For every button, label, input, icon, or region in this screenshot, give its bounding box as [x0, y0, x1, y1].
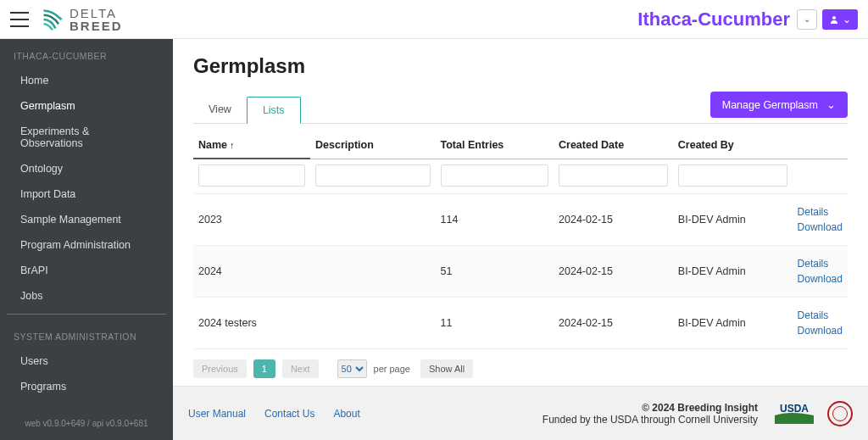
cell-by: BI-DEV Admin [673, 246, 793, 298]
table-row: 2024512024-02-15BI-DEV AdminDetailsDownl… [193, 246, 848, 298]
funding-text: Funded by the USDA through Cornell Unive… [542, 414, 758, 426]
sidebar: ITHACA-CUCUMBER HomeGermplasmExperiments… [0, 39, 173, 440]
delta-breed-logo-icon [41, 8, 64, 31]
tabs-row: ViewLists Manage Germplasm ⌄ [193, 92, 848, 124]
filter-name-input[interactable] [198, 164, 305, 187]
sidebar-item-programs[interactable]: Programs [0, 374, 173, 399]
filter-created-by-input[interactable] [678, 164, 787, 187]
details-link[interactable]: Details [798, 256, 843, 271]
pagination: Previous 1 Next 50 per page Show All [193, 359, 848, 378]
manage-germplasm-button[interactable]: Manage Germplasm ⌄ [710, 92, 848, 118]
column-header-total-entries[interactable]: Total Entries [436, 131, 554, 159]
footer-link-contact-us[interactable]: Contact Us [264, 408, 314, 420]
svg-text:USDA: USDA [780, 403, 809, 415]
cell-name: 2023 [193, 194, 310, 246]
sidebar-divider [7, 314, 166, 315]
download-link[interactable]: Download [798, 323, 843, 338]
footer-link-about[interactable]: About [333, 408, 359, 420]
column-header-name[interactable]: Name ↑ [193, 131, 310, 159]
details-link[interactable]: Details [798, 204, 843, 220]
user-menu-button[interactable]: ⌄ [822, 9, 858, 30]
cornell-seal-icon [827, 401, 853, 426]
germplasm-lists-table: Name ↑DescriptionTotal EntriesCreated Da… [193, 131, 848, 349]
download-link[interactable]: Download [798, 271, 843, 287]
chevron-down-icon: ⌄ [843, 14, 851, 25]
cell-description [310, 194, 435, 246]
sidebar-item-experiments-observations[interactable]: Experiments & Observations [0, 119, 173, 156]
user-icon [829, 14, 839, 25]
sidebar-item-home[interactable]: Home [0, 68, 173, 93]
filter-created-date-input[interactable] [559, 164, 668, 187]
program-dropdown-button[interactable]: ⌄ [797, 9, 817, 30]
sidebar-item-users[interactable]: Users [0, 348, 173, 374]
column-header-created-by[interactable]: Created By [673, 131, 793, 159]
cell-by: BI-DEV Admin [673, 298, 793, 349]
per-page-select[interactable]: 50 [337, 359, 367, 378]
sidebar-item-jobs[interactable]: Jobs [0, 283, 173, 309]
sidebar-section-label: ITHACA-CUCUMBER [0, 39, 173, 68]
sidebar-item-sample-management[interactable]: Sample Management [0, 207, 173, 232]
cell-by: BI-DEV Admin [673, 194, 793, 246]
footer: User ManualContact UsAbout © 2024 Breedi… [173, 386, 868, 440]
row-actions: DetailsDownload [793, 298, 848, 349]
page-title: Germplasm [193, 54, 848, 78]
program-name: Ithaca-Cucumber [637, 8, 790, 31]
prev-page-button[interactable]: Previous [193, 359, 247, 378]
show-all-button[interactable]: Show All [420, 359, 473, 378]
main-content: Germplasm ViewLists Manage Germplasm ⌄ N… [173, 39, 868, 440]
tab-view[interactable]: View [193, 97, 247, 124]
manage-germplasm-label: Manage Germplasm [722, 99, 818, 111]
cell-total: 51 [436, 246, 554, 298]
column-header-description[interactable]: Description [310, 131, 435, 159]
sidebar-item-ontology[interactable]: Ontology [0, 156, 173, 181]
details-link[interactable]: Details [798, 308, 843, 323]
cell-created: 2024-02-15 [554, 246, 673, 298]
table-row: 2024 testers112024-02-15BI-DEV AdminDeta… [193, 298, 848, 349]
next-page-button[interactable]: Next [282, 359, 319, 378]
cell-created: 2024-02-15 [554, 298, 673, 349]
svg-point-0 [832, 16, 836, 19]
cell-created: 2024-02-15 [554, 194, 673, 246]
copyright-text: © 2024 Breeding Insight [542, 402, 758, 414]
chevron-down-icon: ⌄ [804, 14, 810, 24]
cell-name: 2024 [193, 246, 310, 298]
brand-line2: BREED [70, 19, 123, 32]
sidebar-item-program-administration[interactable]: Program Administration [0, 232, 173, 258]
topbar: DELTA BREED Ithaca-Cucumber ⌄ ⌄ [0, 0, 868, 39]
version-text: web v0.9.0+649 / api v0.9.0+681 [0, 412, 173, 440]
sidebar-item-germplasm[interactable]: Germplasm [0, 93, 173, 119]
cell-description [310, 246, 435, 298]
usda-logo-icon: USDA [773, 400, 815, 427]
sidebar-item-import-data[interactable]: Import Data [0, 181, 173, 207]
cell-total: 114 [436, 194, 554, 246]
column-header-created-date[interactable]: Created Date [554, 131, 673, 159]
footer-link-user-manual[interactable]: User Manual [188, 408, 246, 420]
row-actions: DetailsDownload [793, 194, 848, 246]
chevron-down-icon: ⌄ [826, 98, 836, 111]
column-header-actions [793, 131, 848, 159]
table-row: 20231142024-02-15BI-DEV AdminDetailsDown… [193, 194, 848, 246]
menu-toggle-icon[interactable] [10, 12, 29, 27]
brand-logo[interactable]: DELTA BREED [41, 7, 123, 32]
sort-asc-icon: ↑ [227, 140, 235, 150]
download-link[interactable]: Download [798, 220, 843, 235]
cell-description [310, 298, 435, 349]
tab-lists[interactable]: Lists [247, 97, 301, 124]
filter-total-entries-input[interactable] [441, 164, 549, 187]
cell-name: 2024 testers [193, 298, 310, 349]
sidebar-section-label: SYSTEM ADMINISTRATION [0, 320, 173, 348]
sidebar-item-brapi[interactable]: BrAPI [0, 258, 173, 283]
per-page-label: per page [374, 364, 410, 374]
current-page: 1 [253, 359, 275, 378]
svg-rect-2 [775, 415, 814, 424]
filter-description-input[interactable] [315, 164, 430, 187]
cell-total: 11 [436, 298, 554, 349]
brand-line1: DELTA [70, 7, 123, 19]
row-actions: DetailsDownload [793, 246, 848, 298]
